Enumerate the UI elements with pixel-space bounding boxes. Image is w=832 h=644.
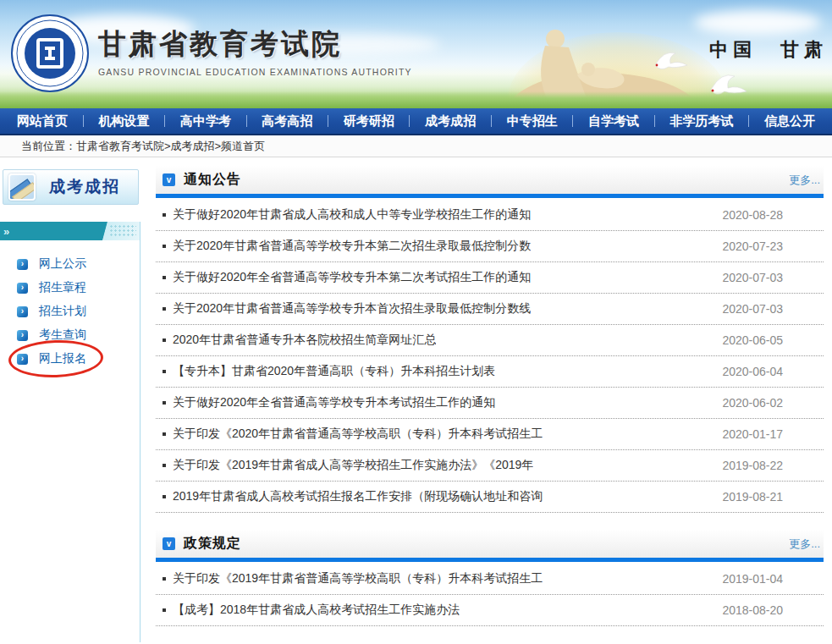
announcement-link[interactable]: 关于印发《2019年甘肃省成人高等学校招生工作实施办法》《2019年 [173, 458, 533, 473]
announcement-link[interactable]: 关于做好2020年甘肃省成人高校和成人中等专业学校招生工作的通知 [173, 207, 531, 223]
nav-item-non-degree[interactable]: 非学历考试 [665, 113, 739, 129]
section-header-policies: v 政策规定 更多... [156, 530, 824, 562]
bullet-icon [163, 213, 166, 217]
dove-icon [650, 47, 689, 75]
announcement-link[interactable]: 【成考】2018年甘肃省成人高校考试招生工作实施办法 [173, 603, 460, 618]
sidebar-item-label[interactable]: 考生查询 [39, 328, 86, 343]
banner-arrow-icon: » [0, 226, 9, 237]
announcement-link[interactable]: 2019年甘肃省成人高校考试招生报名工作安排（附现场确认地址和咨询 [173, 489, 543, 504]
sidebar-menu: › 网上公示 › 招生章程 › 招生计划 › 考生查询 [0, 240, 140, 367]
nav-item-info-disclosure[interactable]: 信息公开 [759, 113, 820, 129]
brand-block: 甘肃省教育考试院 GANSU PROVINCIAL EDUCATION EXAM… [98, 25, 412, 77]
nav-item-gaokao[interactable]: 高考高招 [256, 113, 317, 129]
list-item[interactable]: 关于做好2020年全省普通高等学校专升本第二次考试招生工作的通知 2020-07… [156, 262, 824, 294]
sidebar-item-label[interactable]: 网上报名 [39, 351, 86, 366]
bullet-icon [163, 577, 166, 581]
announcement-date: 2020-08-28 [722, 208, 824, 222]
nav-item-home[interactable]: 网站首页 [12, 113, 73, 129]
announcement-date: 2020-01-17 [722, 427, 824, 441]
cloud-decoration [694, 10, 821, 36]
announcement-link[interactable]: 关于做好2020年全省普通高等学校专升本考试招生工作的通知 [173, 395, 495, 410]
announcement-date: 2019-08-21 [722, 490, 824, 504]
arrow-icon: › [17, 283, 28, 294]
nav-separator [654, 115, 655, 127]
arrow-icon: › [17, 259, 28, 270]
list-item[interactable]: 【成考】2018年甘肃省成人高校考试招生工作实施办法 2018-08-20 [156, 595, 824, 626]
announcement-date: 2020-07-03 [722, 271, 824, 284]
announcement-link[interactable]: 关于印发《2019年甘肃省普通高等学校高职（专科）升本科考试招生工 [173, 571, 543, 586]
breadcrumb: 当前位置：甘肃省教育考试院>成考成招>频道首页 [0, 135, 832, 157]
more-link[interactable]: 更多... [789, 537, 822, 552]
announcement-date: 2020-07-03 [722, 302, 824, 316]
announcement-link[interactable]: 关于印发《2020年甘肃省普通高等学校高职（专科）升本科考试招生工 [173, 427, 543, 442]
bullet-icon [163, 339, 166, 342]
nav-separator [83, 115, 84, 127]
sidebar-item-label[interactable]: 招生计划 [39, 304, 86, 319]
list-item[interactable]: 关于做好2020年全省普通高等学校专升本考试招生工作的通知 2020-06-02 [156, 388, 824, 419]
announcement-link[interactable]: 【专升本】甘肃省2020年普通高职（专科）升本科招生计划表 [173, 364, 495, 379]
list-item[interactable]: 关于印发《2019年甘肃省成人高等学校招生工作实施办法》《2019年 2019-… [156, 450, 824, 482]
section-marker-icon: v [163, 173, 175, 186]
sidebar-item-label[interactable]: 招生章程 [39, 280, 86, 295]
list-item[interactable]: 关于做好2020年甘肃省成人高校和成人中等专业学校招生工作的通知 2020-08… [156, 200, 824, 231]
list-item[interactable]: 2019年甘肃省成人高校考试招生报名工作安排（附现场确认地址和咨询 2019-0… [156, 482, 824, 513]
nav-separator [572, 115, 573, 127]
list-item[interactable]: 关于2020年甘肃省普通高等学校专升本首次招生录取最低控制分数线 2020-07… [156, 294, 824, 325]
announcement-date: 2020-06-02 [722, 396, 824, 410]
bullet-icon [163, 495, 166, 498]
nav-separator [246, 115, 247, 127]
announcement-link[interactable]: 2020年甘肃省普通专升本各院校招生简章网址汇总 [173, 333, 436, 348]
nav-item-graduate[interactable]: 研考研招 [339, 113, 399, 129]
bullet-icon [163, 370, 166, 373]
sidebar-item-label[interactable]: 网上公示 [39, 256, 86, 272]
nav-item-secondary[interactable]: 中专招生 [502, 113, 563, 129]
sidebar-header: 成考成招 [3, 169, 139, 205]
nav-separator [409, 115, 410, 127]
section-marker-icon: v [163, 537, 175, 550]
section-header-notices: v 通知公告 更多... [156, 166, 824, 198]
sidebar-item-admission-charter[interactable]: › 招生章程 [17, 279, 140, 296]
bullet-icon [163, 608, 166, 612]
sidebar-item-public-notice[interactable]: › 网上公示 [17, 256, 140, 272]
section-divider-bar [156, 194, 824, 198]
nav-separator [748, 115, 749, 127]
announcement-link[interactable]: 关于2020年甘肃省普通高等学校专升本首次招生录取最低控制分数线 [173, 301, 531, 316]
page: 甘肃省教育考试院 GANSU PROVINCIAL EDUCATION EXAM… [0, 0, 832, 642]
more-link[interactable]: 更多... [789, 173, 822, 188]
announcement-link[interactable]: 关于做好2020年全省普通高等学校专升本第二次考试招生工作的通知 [173, 270, 531, 285]
header-banner: 甘肃省教育考试院 GANSU PROVINCIAL EDUCATION EXAM… [0, 0, 832, 108]
sidebar-item-online-registration[interactable]: › 网上报名 [17, 350, 140, 367]
announcement-date: 2020-07-23 [722, 239, 824, 253]
bullet-icon [163, 307, 166, 311]
nav-separator [164, 115, 165, 127]
list-item[interactable]: 关于印发《2019年甘肃省普通高等学校高职（专科）升本科考试招生工 2019-0… [156, 564, 824, 595]
nav-item-org[interactable]: 机构设置 [93, 113, 154, 129]
announcement-link[interactable]: 关于2020年甘肃省普通高等学校专升本第二次招生录取最低控制分数 [173, 239, 531, 254]
bullet-icon [163, 432, 166, 436]
site-subtitle: GANSU PROVINCIAL EDUCATION EXAMINATIONS … [98, 67, 412, 77]
list-item[interactable]: 关于印发《2020年甘肃省普通高等学校高职（专科）升本科考试招生工 2020-0… [156, 419, 824, 450]
nav-item-adult-exam[interactable]: 成考成招 [420, 113, 481, 129]
list-item[interactable]: 2020年甘肃省普通专升本各院校招生简章网址汇总 2020-06-05 [156, 325, 824, 356]
bullet-icon [163, 276, 166, 279]
section-title: 政策规定 [184, 535, 241, 553]
announcement-date: 2019-01-04 [722, 572, 824, 586]
content-area: 成考成招 » › 网上公示 › 招生章程 › [0, 157, 832, 642]
sidebar-title: 成考成招 [49, 176, 120, 198]
books-icon [8, 173, 36, 201]
sidebar-item-candidate-query[interactable]: › 考生查询 [17, 327, 140, 344]
nav-item-self-study[interactable]: 自学考试 [583, 113, 644, 129]
bullet-icon [163, 245, 166, 248]
sidebar-body: » › 网上公示 › 招生章程 › 招生计划 [0, 222, 141, 642]
list-item[interactable]: 【专升本】甘肃省2020年普通高职（专科）升本科招生计划表 2020-06-04 [156, 356, 824, 388]
list-item[interactable]: 关于2020年甘肃省普通高等学校专升本第二次招生录取最低控制分数 2020-07… [156, 231, 824, 262]
main-nav: 网站首页 机构设置 高中学考 高考高招 研考研招 成考成招 中专招生 自学考试 … [0, 108, 832, 135]
site-title: 甘肃省教育考试院 [98, 25, 412, 63]
main-panel: v 通知公告 更多... 关于做好2020年甘肃省成人高校和成人中等专业学校招生… [141, 166, 832, 642]
nav-item-highschool-exam[interactable]: 高中学考 [175, 113, 236, 129]
nav-separator [491, 115, 492, 127]
announcement-date: 2020-06-04 [722, 365, 824, 378]
arrow-icon: › [17, 330, 28, 341]
sidebar-item-admission-plan[interactable]: › 招生计划 [17, 303, 140, 320]
section-title: 通知公告 [184, 171, 241, 189]
